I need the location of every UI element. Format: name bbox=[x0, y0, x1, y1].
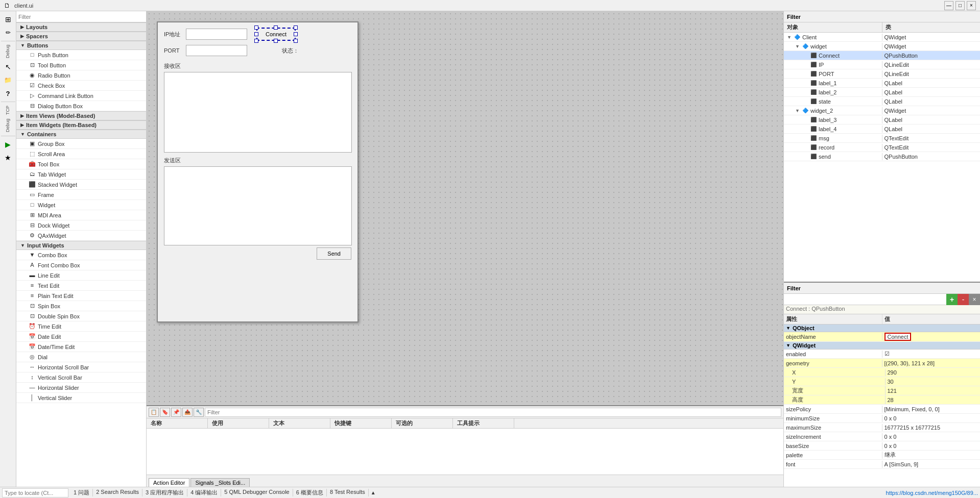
widget-section-header[interactable]: ▶Spacers bbox=[16, 32, 146, 41]
tree-row[interactable]: ⬛label_4QLabel bbox=[784, 124, 980, 134]
status-item[interactable]: 8 Test Results bbox=[327, 489, 369, 496]
prop-row[interactable]: objectNameConnect bbox=[784, 332, 980, 342]
widget-item[interactable]: ⬚Scroll Area bbox=[16, 149, 146, 159]
widget-item[interactable]: ↔Horizontal Scroll Bar bbox=[16, 362, 146, 372]
minimize-btn[interactable]: — bbox=[944, 1, 953, 10]
widget-item[interactable]: ▭Frame bbox=[16, 190, 146, 200]
bottom-tool-btn5[interactable]: 🔧 bbox=[194, 408, 204, 417]
widget-section-header[interactable]: ▼Input Widgets bbox=[16, 241, 146, 250]
props-filter-input[interactable] bbox=[784, 294, 946, 305]
widget-item[interactable]: ⊡Double Spin Box bbox=[16, 311, 146, 321]
sidebar-icon-edit[interactable]: ✏ bbox=[2, 27, 14, 39]
widget-item[interactable]: 🗂Tab Widget bbox=[16, 169, 146, 180]
tree-row[interactable]: ⬛IPQLineEdit bbox=[784, 60, 980, 69]
widget-item[interactable]: ≡Text Edit bbox=[16, 281, 146, 291]
widget-section-header[interactable]: ▶Layouts bbox=[16, 22, 146, 32]
tree-row[interactable]: ▼🔷ClientQWidget bbox=[784, 33, 980, 42]
tree-row[interactable]: ▼🔷widgetQWidget bbox=[784, 42, 980, 51]
widget-filter-input[interactable] bbox=[16, 11, 146, 22]
widget-item[interactable]: ☑Check Box bbox=[16, 81, 146, 91]
sidebar-icon-pointer[interactable]: ↖ bbox=[2, 61, 14, 73]
status-item[interactable]: 6 概要信息 bbox=[293, 489, 327, 496]
bottom-tool-btn2[interactable]: 🔖 bbox=[160, 408, 170, 417]
tree-row[interactable]: ⬛label_1QLabel bbox=[784, 79, 980, 88]
prop-row[interactable]: Y30 bbox=[784, 377, 980, 386]
widget-item[interactable]: ⏰Time Edit bbox=[16, 321, 146, 332]
sidebar-icon-star[interactable]: ★ bbox=[2, 152, 14, 164]
port-input[interactable] bbox=[186, 45, 247, 56]
prop-row[interactable]: fontA [SimSun, 9] bbox=[784, 460, 980, 469]
tree-row[interactable]: ⬛label_3QLabel bbox=[784, 115, 980, 124]
prop-row[interactable]: maximumSize16777215 x 16777215 bbox=[784, 423, 980, 432]
prop-row[interactable]: baseSize0 x 0 bbox=[784, 441, 980, 451]
widget-item[interactable]: 📅Date/Time Edit bbox=[16, 342, 146, 352]
widget-section-header[interactable]: ▶Item Views (Model-Based) bbox=[16, 111, 146, 120]
prop-row[interactable]: geometry[(290, 30), 121 x 28] bbox=[784, 359, 980, 368]
widget-item[interactable]: □Push Button bbox=[16, 50, 146, 60]
widget-item[interactable]: ⊟Dialog Button Box bbox=[16, 101, 146, 111]
props-close-btn[interactable]: × bbox=[969, 294, 980, 305]
prop-section-header[interactable]: ▼QObject bbox=[784, 325, 980, 332]
prop-row[interactable]: X290 bbox=[784, 368, 980, 377]
tree-row[interactable]: ▼🔷widget_2QWidget bbox=[784, 106, 980, 115]
close-btn[interactable]: × bbox=[967, 1, 976, 10]
widget-section-header[interactable]: ▼Containers bbox=[16, 130, 146, 139]
search-input[interactable] bbox=[2, 488, 68, 497]
tree-row[interactable]: ⬛label_2QLabel bbox=[784, 88, 980, 97]
tree-row[interactable]: ⬛recordQTextEdit bbox=[784, 143, 980, 152]
prop-row[interactable]: enabled☑ bbox=[784, 350, 980, 359]
restore-btn[interactable]: □ bbox=[955, 1, 965, 10]
widget-item[interactable]: ▣Group Box bbox=[16, 139, 146, 149]
bottom-tab[interactable]: Action Editor bbox=[149, 478, 189, 487]
tree-row[interactable]: ⬛msgQTextEdit bbox=[784, 134, 980, 143]
widget-item[interactable]: □Widget bbox=[16, 200, 146, 210]
send-textarea[interactable] bbox=[164, 166, 352, 245]
bottom-filter-input[interactable] bbox=[205, 408, 781, 417]
prop-row[interactable]: 高度28 bbox=[784, 395, 980, 405]
bottom-tool-btn4[interactable]: 📤 bbox=[182, 408, 193, 417]
widget-item[interactable]: 📅Date Edit bbox=[16, 332, 146, 342]
props-add-btn[interactable]: + bbox=[946, 294, 958, 305]
prop-row[interactable]: sizeIncrement0 x 0 bbox=[784, 432, 980, 441]
tree-row[interactable]: ⬛PORTQLineEdit bbox=[784, 69, 980, 79]
widget-section-header[interactable]: ▶Item Widgets (Item-Based) bbox=[16, 120, 146, 130]
widget-item[interactable]: —Horizontal Slider bbox=[16, 383, 146, 393]
widget-item[interactable]: ▬Line Edit bbox=[16, 270, 146, 281]
prop-section-header[interactable]: ▼QWidget bbox=[784, 342, 980, 350]
status-item[interactable]: 3 应用程序输出 bbox=[142, 489, 187, 496]
bottom-tool-btn3[interactable]: 📌 bbox=[171, 408, 181, 417]
widget-item[interactable]: ◉Radio Button bbox=[16, 70, 146, 81]
ip-input[interactable] bbox=[186, 29, 247, 40]
widget-item[interactable]: ⬛Stacked Widget bbox=[16, 180, 146, 190]
widget-section-header[interactable]: ▼Buttons bbox=[16, 41, 146, 50]
sidebar-icon-grid[interactable]: ⊞ bbox=[2, 13, 14, 26]
widget-item[interactable]: AFont Combo Box bbox=[16, 260, 146, 270]
prop-row[interactable]: minimumSize0 x 0 bbox=[784, 414, 980, 423]
status-item[interactable]: 5 QML Debugger Console bbox=[221, 489, 293, 496]
widget-item[interactable]: ▷Command Link Button bbox=[16, 91, 146, 101]
widget-item[interactable]: ⊟Dock Widget bbox=[16, 220, 146, 231]
props-minus-btn[interactable]: - bbox=[958, 294, 969, 305]
widget-item[interactable]: ↕Vertical Scroll Bar bbox=[16, 372, 146, 383]
widget-item[interactable]: ⊡Spin Box bbox=[16, 301, 146, 311]
widget-item[interactable]: ⚙QAxWidget bbox=[16, 231, 146, 241]
prop-row[interactable]: sizePolicy[Minimum, Fixed, 0, 0] bbox=[784, 405, 980, 414]
tree-row[interactable]: ⬛ConnectQPushButton bbox=[784, 51, 980, 60]
sidebar-icon-play[interactable]: ▶ bbox=[2, 138, 14, 151]
bottom-tab[interactable]: Signals _Slots Edi... bbox=[190, 478, 250, 487]
status-item[interactable]: 2 Search Results bbox=[93, 489, 142, 496]
receive-textarea[interactable] bbox=[164, 72, 352, 153]
prop-row[interactable]: 宽度121 bbox=[784, 386, 980, 395]
widget-item[interactable]: 🧰Tool Box bbox=[16, 159, 146, 169]
prop-row[interactable]: palette继承 bbox=[784, 451, 980, 460]
send-button[interactable]: Send bbox=[317, 247, 351, 260]
widget-item[interactable]: ≡Plain Text Edit bbox=[16, 291, 146, 301]
status-item[interactable]: 4 编译输出 bbox=[187, 489, 221, 496]
tree-row[interactable]: ⬛sendQPushButton bbox=[784, 152, 980, 161]
sidebar-icon-project[interactable]: 📁 bbox=[2, 74, 14, 86]
widget-item[interactable]: ◎Dial bbox=[16, 352, 146, 362]
widget-item[interactable]: ⊞MDI Area bbox=[16, 210, 146, 220]
tree-row[interactable]: ⬛stateQLabel bbox=[784, 97, 980, 106]
widget-item[interactable]: │Vertical Slider bbox=[16, 393, 146, 403]
widget-item[interactable]: ▼Combo Box bbox=[16, 250, 146, 260]
